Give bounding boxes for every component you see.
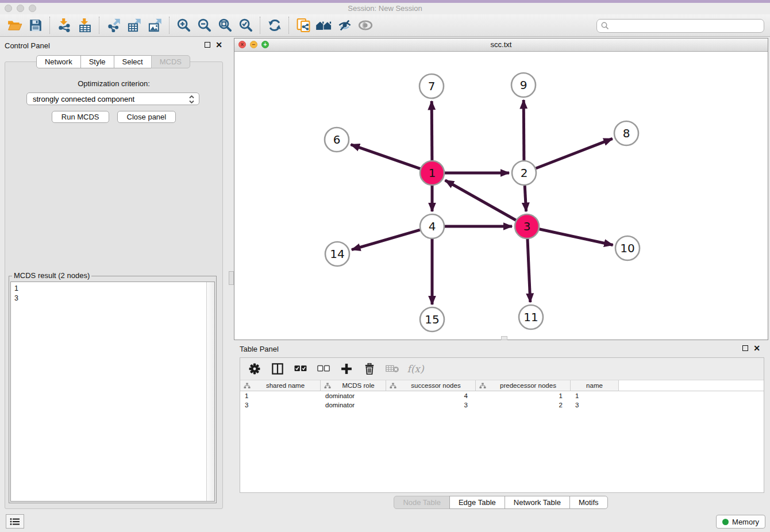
- cell-predecessor-nodes[interactable]: 2: [476, 400, 571, 410]
- zoom-selected-icon: [239, 18, 253, 32]
- show-columns-button[interactable]: [270, 361, 285, 376]
- delete-table-button[interactable]: [385, 361, 400, 376]
- edge-1-7[interactable]: [432, 101, 432, 160]
- node-2[interactable]: 2: [512, 161, 536, 185]
- zoom-in-button[interactable]: [174, 16, 194, 34]
- splitter-grip[interactable]: [229, 271, 234, 285]
- copy-network-icon: [296, 18, 311, 33]
- edge-3-11[interactable]: [528, 239, 530, 302]
- cell-name[interactable]: 1: [571, 391, 619, 400]
- import-table-button[interactable]: [75, 16, 95, 34]
- cell-MCDS-role[interactable]: dominator: [321, 400, 386, 410]
- close-panel-button[interactable]: Close panel: [117, 111, 176, 123]
- refresh-button[interactable]: [264, 16, 285, 34]
- cell-predecessor-nodes[interactable]: 1: [476, 391, 571, 400]
- edge-1-6[interactable]: [351, 145, 421, 169]
- tab-style[interactable]: Style: [80, 55, 114, 68]
- node-label: 15: [425, 313, 439, 326]
- edge-2-9[interactable]: [523, 100, 524, 160]
- tab-edge-table[interactable]: Edge Table: [449, 496, 505, 509]
- run-mcds-button[interactable]: Run MCDS: [52, 111, 109, 123]
- cell-shared-name[interactable]: 3: [240, 400, 321, 410]
- mcds-result-title: MCDS result (2 nodes): [12, 271, 91, 280]
- delete-column-button[interactable]: [362, 361, 377, 376]
- tab-network[interactable]: Network: [36, 55, 81, 68]
- table-settings-button[interactable]: [247, 361, 262, 376]
- table-row-0[interactable]: 1dominator411: [240, 391, 764, 400]
- search-input[interactable]: [612, 21, 764, 31]
- cell-successor-nodes[interactable]: 4: [386, 391, 476, 400]
- export-network-button[interactable]: [103, 16, 124, 34]
- edge-2-3[interactable]: [525, 186, 526, 211]
- cell-successor-nodes[interactable]: 3: [386, 400, 476, 410]
- save-session-button[interactable]: [25, 16, 46, 34]
- zoom-fit-button[interactable]: [215, 16, 236, 34]
- status-bar: Memory: [0, 511, 770, 532]
- edge-4-14[interactable]: [352, 230, 420, 250]
- node-10[interactable]: 10: [615, 236, 640, 260]
- mcds-result-area[interactable]: 1 3: [10, 282, 215, 502]
- import-table-icon: [78, 18, 92, 32]
- node-8[interactable]: 8: [614, 121, 638, 145]
- hide-graphics-details-button[interactable]: [334, 16, 355, 34]
- close-table-panel-icon[interactable]: ✕: [753, 345, 760, 351]
- cell-shared-name[interactable]: 1: [240, 391, 321, 400]
- tab-node-table[interactable]: Node Table: [394, 496, 450, 509]
- cell-name[interactable]: 3: [571, 400, 619, 410]
- optimization-criterion-select[interactable]: strongly connected component: [26, 92, 199, 105]
- table-row-1[interactable]: 3dominator323: [240, 400, 764, 410]
- close-panel-icon[interactable]: ✕: [215, 42, 222, 48]
- column-header-successor-nodes[interactable]: successor nodes: [386, 380, 476, 391]
- result-scrollbar[interactable]: [206, 282, 214, 501]
- node-3[interactable]: 3: [515, 214, 539, 238]
- tab-mcds[interactable]: MCDS: [151, 55, 190, 68]
- export-table-button[interactable]: [124, 16, 145, 34]
- node-7[interactable]: 7: [419, 74, 444, 98]
- memory-button[interactable]: Memory: [716, 515, 765, 529]
- import-network-button[interactable]: [54, 16, 75, 34]
- open-session-button[interactable]: [5, 16, 25, 34]
- export-image-button[interactable]: [145, 16, 165, 34]
- edge-2-8[interactable]: [536, 138, 613, 168]
- tab-select[interactable]: Select: [114, 55, 152, 68]
- toolbar-separator: [260, 17, 261, 34]
- search-field[interactable]: [596, 19, 764, 33]
- node-15[interactable]: 15: [420, 307, 444, 331]
- node-table-container: f(x) shared nameMCDS rolesuccessor nodes…: [240, 357, 764, 493]
- node-6[interactable]: 6: [325, 128, 349, 152]
- tab-motifs[interactable]: Motifs: [569, 496, 608, 509]
- vertical-splitter[interactable]: [227, 37, 234, 511]
- zoom-selected-button[interactable]: [236, 16, 256, 34]
- edge-3-10[interactable]: [540, 229, 613, 245]
- column-header-MCDS-role[interactable]: MCDS role: [321, 380, 386, 391]
- zoom-out-button[interactable]: [194, 16, 215, 34]
- node-label: 4: [429, 219, 436, 233]
- show-graphics-details-button[interactable]: [355, 16, 376, 34]
- column-header-shared-name[interactable]: shared name: [240, 380, 321, 391]
- tab-network-table[interactable]: Network Table: [505, 496, 570, 509]
- node-4[interactable]: 4: [420, 214, 444, 238]
- node-label: 11: [523, 310, 538, 324]
- column-header-predecessor-nodes[interactable]: predecessor nodes: [476, 380, 571, 391]
- node-14[interactable]: 14: [325, 242, 349, 266]
- float-panel-icon[interactable]: [205, 42, 210, 48]
- cell-MCDS-role[interactable]: dominator: [321, 391, 386, 400]
- node-9[interactable]: 9: [511, 73, 536, 97]
- network-canvas[interactable]: 7968124314101511: [235, 52, 767, 339]
- select-all-rows-button[interactable]: [293, 361, 308, 376]
- task-history-button[interactable]: [6, 514, 24, 529]
- copy-network-button[interactable]: [293, 16, 314, 34]
- eye-icon: [357, 18, 374, 32]
- node-1[interactable]: 1: [420, 161, 444, 185]
- node-11[interactable]: 11: [519, 305, 543, 329]
- deselect-all-rows-button[interactable]: [316, 361, 331, 376]
- create-column-button[interactable]: [339, 361, 354, 376]
- float-table-panel-icon[interactable]: [742, 345, 748, 351]
- edge-3-1[interactable]: [445, 180, 516, 220]
- home-networks-button[interactable]: [314, 16, 334, 34]
- network-window-titlebar[interactable]: × − + scc.txt: [234, 38, 768, 52]
- function-builder-button[interactable]: f(x): [408, 361, 423, 376]
- network-resize-grip[interactable]: [501, 336, 507, 340]
- plus-icon: [341, 363, 352, 375]
- column-header-name[interactable]: name: [571, 380, 619, 391]
